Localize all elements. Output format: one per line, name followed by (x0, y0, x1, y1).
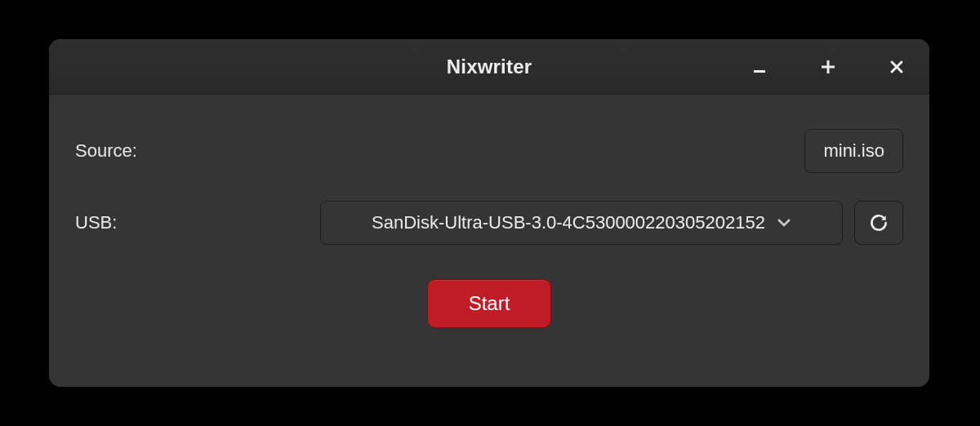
start-button[interactable]: Start (427, 279, 552, 328)
usb-device-select[interactable]: SanDisk-Ultra-USB-3.0-4C5300002203052021… (320, 201, 843, 245)
window-controls (743, 39, 913, 94)
maximize-button[interactable] (812, 51, 844, 83)
source-file-button[interactable]: mini.iso (804, 129, 903, 173)
titlebar[interactable]: Nixwriter (49, 39, 929, 95)
usb-row: USB: SanDisk-Ultra-USB-3.0-4C53000022030… (75, 199, 903, 246)
svg-rect-0 (754, 70, 765, 73)
plus-icon (820, 59, 836, 75)
start-row: Start (75, 279, 903, 328)
close-button[interactable] (880, 51, 913, 83)
minimize-icon (752, 60, 767, 74)
chevron-down-icon (777, 218, 791, 228)
refresh-icon (868, 212, 889, 233)
source-label: Source: (75, 140, 320, 162)
content-area: Source: mini.iso USB: SanDisk-Ultra-USB-… (49, 95, 929, 348)
window-title: Nixwriter (447, 55, 532, 78)
usb-selected-value: SanDisk-Ultra-USB-3.0-4C5300002203052021… (372, 212, 765, 233)
close-icon (889, 60, 904, 74)
svg-rect-2 (822, 65, 835, 68)
minimize-button[interactable] (743, 51, 776, 83)
app-window: Nixwriter Source: mini.iso USB: SanDisk-… (49, 39, 929, 387)
refresh-button[interactable] (854, 201, 903, 245)
usb-label: USB: (75, 212, 320, 233)
source-row: Source: mini.iso (75, 127, 903, 175)
